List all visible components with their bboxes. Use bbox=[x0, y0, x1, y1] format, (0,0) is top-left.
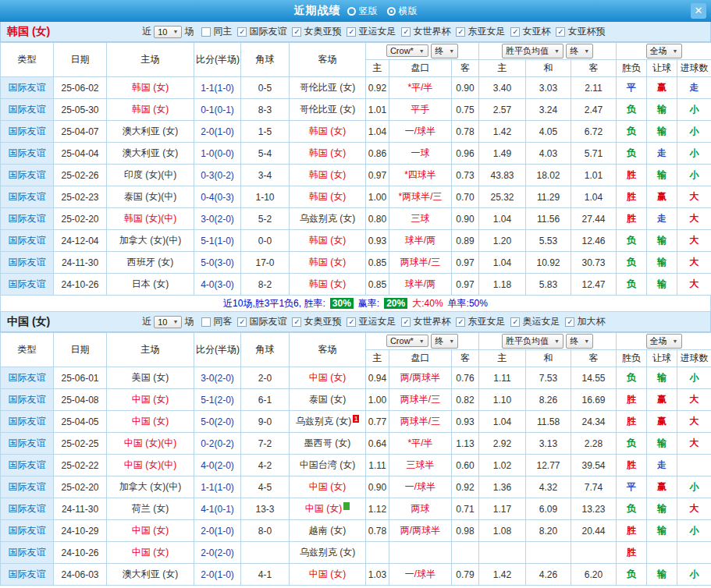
home-team-cell[interactable]: 荷兰 (女) bbox=[107, 498, 194, 520]
home-team-cell[interactable]: 中国 (女) bbox=[107, 542, 194, 564]
match-scope-select[interactable]: 全场▼ bbox=[646, 44, 682, 58]
match-type-cell[interactable]: 国际友谊 bbox=[1, 476, 54, 498]
radio-horizontal-layout[interactable]: 横版 bbox=[387, 5, 418, 18]
home-team-cell[interactable]: 中国 (女) bbox=[107, 520, 194, 542]
filter-checkbox[interactable]: 同客 bbox=[201, 315, 232, 328]
filter-checkbox[interactable]: ✓东亚女足 bbox=[456, 315, 505, 328]
match-scope-select[interactable]: 全场▼ bbox=[646, 334, 682, 349]
match-type-cell[interactable]: 国际友谊 bbox=[1, 208, 54, 230]
matches-label: 场 bbox=[184, 315, 194, 328]
match-type-cell[interactable]: 国际友谊 bbox=[1, 186, 54, 208]
filter-checkbox[interactable]: ✓加大杯 bbox=[565, 315, 605, 328]
home-team-cell[interactable]: 中国 (女)(中) bbox=[107, 433, 194, 455]
home-team-cell[interactable]: 韩国 (女) bbox=[107, 77, 194, 99]
europe-avg-select[interactable]: 胜平负均值▼ bbox=[502, 44, 563, 58]
away-team-cell[interactable]: 韩国 (女) bbox=[290, 165, 366, 186]
filter-checkbox[interactable]: ✓国际友谊 bbox=[237, 25, 286, 38]
filter-checkbox[interactable]: ✓奥运女足 bbox=[510, 315, 560, 328]
filter-checkbox[interactable]: ✓女奥亚预 bbox=[292, 315, 341, 328]
match-type-cell[interactable]: 国际友谊 bbox=[1, 77, 54, 99]
away-team-cell[interactable]: 乌兹别克 (女) bbox=[290, 542, 366, 564]
match-type-cell[interactable]: 国际友谊 bbox=[1, 411, 54, 433]
away-team-cell[interactable]: 越南 (女) bbox=[290, 520, 366, 542]
handicap-result-cell: 输 bbox=[647, 498, 677, 520]
radio-vertical-layout[interactable]: 竖版 bbox=[347, 5, 378, 18]
checkbox-checked-icon: ✓ bbox=[347, 27, 356, 37]
home-team-cell[interactable]: 美国 (女) bbox=[107, 367, 194, 389]
home-team-cell[interactable]: 中国 (女)(中) bbox=[107, 455, 194, 476]
away-team-cell[interactable]: 乌兹别克 (女) bbox=[290, 208, 366, 230]
away-team-cell[interactable]: 韩国 (女) bbox=[290, 143, 366, 165]
home-team-cell[interactable]: 加拿大 (女)(中) bbox=[107, 230, 194, 252]
home-team-cell[interactable]: 西班牙 (女) bbox=[107, 252, 194, 274]
home-team-cell[interactable]: 澳大利亚 (女) bbox=[107, 121, 194, 143]
home-team-cell[interactable]: 韩国 (女) bbox=[107, 99, 194, 121]
title-bar: 近期战绩 竖版 横版 ✕ bbox=[0, 0, 711, 22]
away-team-cell[interactable]: 韩国 (女) bbox=[290, 121, 366, 143]
filter-checkbox[interactable]: ✓女亚杯预 bbox=[556, 25, 605, 38]
home-team-cell[interactable]: 日本 (女) bbox=[107, 274, 194, 296]
match-type-cell[interactable]: 国际友谊 bbox=[1, 498, 54, 520]
match-type-cell[interactable]: 国际友谊 bbox=[1, 520, 54, 542]
match-type-cell[interactable]: 国际友谊 bbox=[1, 230, 54, 252]
bookmaker-select[interactable]: Crow*▼ bbox=[386, 44, 428, 57]
close-button[interactable]: ✕ bbox=[691, 3, 706, 19]
match-type-cell[interactable]: 国际友谊 bbox=[1, 274, 54, 296]
away-team-cell[interactable]: 韩国 (女) bbox=[290, 186, 366, 208]
home-team-cell[interactable]: 泰国 (女)(中) bbox=[107, 186, 194, 208]
filter-checkbox[interactable]: ✓东亚女足 bbox=[456, 25, 505, 38]
away-team-cell[interactable]: 墨西哥 (女) bbox=[290, 433, 366, 455]
away-team-cell[interactable]: 泰国 (女) bbox=[290, 389, 366, 411]
handicap-cell: *四球半 bbox=[389, 165, 452, 186]
home-team-cell[interactable]: 澳大利亚 (女) bbox=[107, 143, 194, 165]
away-team-cell[interactable]: 中国 (女) bbox=[290, 476, 366, 498]
away-team-cell[interactable]: 中国台湾 (女) bbox=[290, 455, 366, 476]
checkbox-checked-icon: ✓ bbox=[292, 317, 301, 327]
final-odds-select[interactable]: 终▼ bbox=[431, 334, 458, 349]
match-count-select[interactable]: 10 ▼ bbox=[154, 26, 182, 38]
match-type-cell[interactable]: 国际友谊 bbox=[1, 455, 54, 476]
away-team-cell[interactable]: 中国 (女) bbox=[290, 498, 366, 520]
filter-checkbox[interactable]: ✓国际友谊 bbox=[237, 315, 286, 328]
match-type-cell[interactable]: 国际友谊 bbox=[1, 143, 54, 165]
europe-away-odds-cell: 6.72 bbox=[571, 121, 617, 143]
match-type-cell[interactable]: 国际友谊 bbox=[1, 121, 54, 143]
final-odds-select-2[interactable]: 终▼ bbox=[566, 44, 593, 58]
away-team-cell[interactable]: 韩国 (女) bbox=[290, 230, 366, 252]
match-count-select[interactable]: 10 ▼ bbox=[154, 316, 182, 328]
filter-checkbox[interactable]: ✓女世界杯 bbox=[401, 25, 450, 38]
match-type-cell[interactable]: 国际友谊 bbox=[1, 542, 54, 564]
final-odds-select-2[interactable]: 终▼ bbox=[566, 334, 593, 349]
bookmaker-select[interactable]: Crow*▼ bbox=[386, 335, 428, 347]
away-team-cell[interactable]: 韩国 (女) bbox=[290, 252, 366, 274]
home-team-cell[interactable]: 韩国 (女)(中) bbox=[107, 208, 194, 230]
column-header-score: 比分(半场) bbox=[194, 333, 241, 367]
final-odds-select[interactable]: 终▼ bbox=[431, 44, 458, 58]
match-type-cell[interactable]: 国际友谊 bbox=[1, 564, 54, 586]
filter-checkbox[interactable]: ✓女奥亚预 bbox=[292, 25, 341, 38]
home-team-cell[interactable]: 中国 (女) bbox=[107, 411, 194, 433]
home-team-cell[interactable]: 澳大利亚 (女) bbox=[107, 564, 194, 586]
filter-checkbox[interactable]: ✓女世界杯 bbox=[401, 315, 450, 328]
home-team-cell[interactable]: 中国 (女) bbox=[107, 389, 194, 411]
europe-avg-select[interactable]: 胜平负均值▼ bbox=[502, 334, 563, 349]
match-type-cell[interactable]: 国际友谊 bbox=[1, 433, 54, 455]
match-type-cell[interactable]: 国际友谊 bbox=[1, 389, 54, 411]
filter-checkbox[interactable]: 同主 bbox=[201, 25, 232, 38]
away-team-cell[interactable]: 哥伦比亚 (女) bbox=[290, 77, 366, 99]
away-team-cell[interactable]: 哥伦比亚 (女) bbox=[290, 99, 366, 121]
home-team-cell[interactable]: 加拿大 (女)(中) bbox=[107, 476, 194, 498]
away-team-cell[interactable]: 中国 (女) bbox=[290, 367, 366, 389]
away-team-cell[interactable]: 韩国 (女) bbox=[290, 274, 366, 296]
away-team-cell[interactable]: 中国 (女) bbox=[290, 564, 366, 586]
recent-results-window: { "icons": { "close": "✕", "check": "✓",… bbox=[0, 0, 711, 588]
away-team-cell[interactable]: 乌兹别克 (女)1 bbox=[290, 411, 366, 433]
match-type-cell[interactable]: 国际友谊 bbox=[1, 367, 54, 389]
match-type-cell[interactable]: 国际友谊 bbox=[1, 99, 54, 121]
match-type-cell[interactable]: 国际友谊 bbox=[1, 252, 54, 274]
home-team-cell[interactable]: 印度 (女)(中) bbox=[107, 165, 194, 186]
filter-checkbox[interactable]: ✓亚运女足 bbox=[347, 25, 396, 38]
match-type-cell[interactable]: 国际友谊 bbox=[1, 165, 54, 186]
filter-checkbox[interactable]: ✓女亚杯 bbox=[510, 25, 550, 38]
filter-checkbox[interactable]: ✓亚运女足 bbox=[347, 315, 396, 328]
